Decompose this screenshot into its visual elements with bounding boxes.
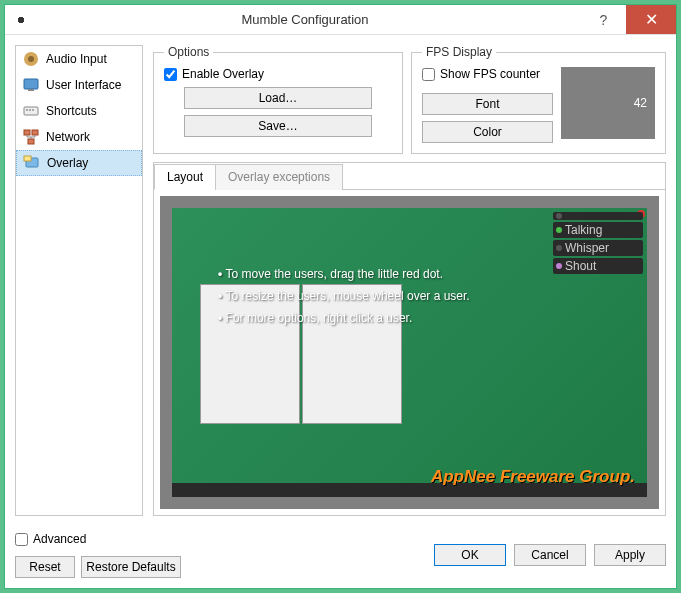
- font-button[interactable]: Font: [422, 93, 553, 115]
- overlay-user-panel[interactable]: Talking Whisper Shout: [553, 212, 643, 276]
- save-button[interactable]: Save…: [184, 115, 372, 137]
- svg-rect-2: [24, 79, 38, 89]
- advanced-checkbox[interactable]: [15, 533, 28, 546]
- svg-rect-9: [32, 130, 38, 135]
- user-interface-icon: [22, 76, 40, 94]
- enable-overlay-label: Enable Overlay: [182, 67, 264, 81]
- svg-rect-12: [24, 156, 31, 161]
- svg-rect-5: [26, 109, 28, 111]
- sidebar-item-overlay[interactable]: Overlay: [16, 150, 142, 176]
- load-button[interactable]: Load…: [184, 87, 372, 109]
- svg-rect-6: [29, 109, 31, 111]
- fps-legend: FPS Display: [422, 45, 496, 59]
- close-button[interactable]: ✕: [626, 5, 676, 34]
- watermark-text: AppNee Freeware Group.: [431, 467, 635, 487]
- enable-overlay-checkbox[interactable]: [164, 68, 177, 81]
- sidebar-item-label: Audio Input: [46, 52, 107, 66]
- overlay-preview[interactable]: Talking Whisper Shout To move the users,…: [160, 196, 659, 509]
- sidebar-item-audio-input[interactable]: Audio Input: [16, 46, 142, 72]
- sidebar-item-user-interface[interactable]: User Interface: [16, 72, 142, 98]
- apply-button[interactable]: Apply: [594, 544, 666, 566]
- titlebar: Mumble Configuration ? ✕: [5, 5, 676, 35]
- svg-rect-8: [24, 130, 30, 135]
- color-button[interactable]: Color: [422, 121, 553, 143]
- options-legend: Options: [164, 45, 213, 59]
- restore-defaults-button[interactable]: Restore Defaults: [81, 556, 181, 578]
- sidebar-item-label: User Interface: [46, 78, 121, 92]
- fps-preview: 42: [561, 67, 655, 139]
- help-button[interactable]: ?: [581, 5, 626, 34]
- sidebar-item-label: Network: [46, 130, 90, 144]
- show-fps-label: Show FPS counter: [440, 67, 540, 81]
- instructions-text: To move the users, drag the little red d…: [218, 263, 470, 329]
- fps-group: FPS Display Show FPS counter Font Color …: [411, 45, 666, 154]
- network-icon: [22, 128, 40, 146]
- shortcuts-icon: [22, 102, 40, 120]
- show-fps-checkbox[interactable]: [422, 68, 435, 81]
- config-window: Mumble Configuration ? ✕ Audio Input Use…: [4, 4, 677, 589]
- tab-overlay-exceptions[interactable]: Overlay exceptions: [215, 164, 343, 190]
- svg-rect-7: [32, 109, 34, 111]
- sidebar-item-network[interactable]: Network: [16, 124, 142, 150]
- overlay-tabs: Layout Overlay exceptions Talking Whispe…: [153, 162, 666, 516]
- preview-desktop: Talking Whisper Shout To move the users,…: [172, 208, 647, 497]
- sidebar-item-label: Shortcuts: [46, 104, 97, 118]
- sidebar-item-shortcuts[interactable]: Shortcuts: [16, 98, 142, 124]
- app-icon: [13, 12, 29, 28]
- tab-layout[interactable]: Layout: [154, 164, 216, 190]
- window-title: Mumble Configuration: [29, 12, 581, 27]
- overlay-icon: [23, 154, 41, 172]
- fps-preview-value: 42: [634, 96, 647, 110]
- svg-point-1: [28, 56, 34, 62]
- options-group: Options Enable Overlay Load… Save…: [153, 45, 403, 154]
- ok-button[interactable]: OK: [434, 544, 506, 566]
- reset-button[interactable]: Reset: [15, 556, 75, 578]
- svg-rect-10: [28, 139, 34, 144]
- advanced-label: Advanced: [33, 532, 86, 546]
- svg-rect-3: [28, 89, 34, 91]
- category-list[interactable]: Audio Input User Interface Shortcuts Net…: [15, 45, 143, 516]
- sidebar-item-label: Overlay: [47, 156, 88, 170]
- cancel-button[interactable]: Cancel: [514, 544, 586, 566]
- audio-input-icon: [22, 50, 40, 68]
